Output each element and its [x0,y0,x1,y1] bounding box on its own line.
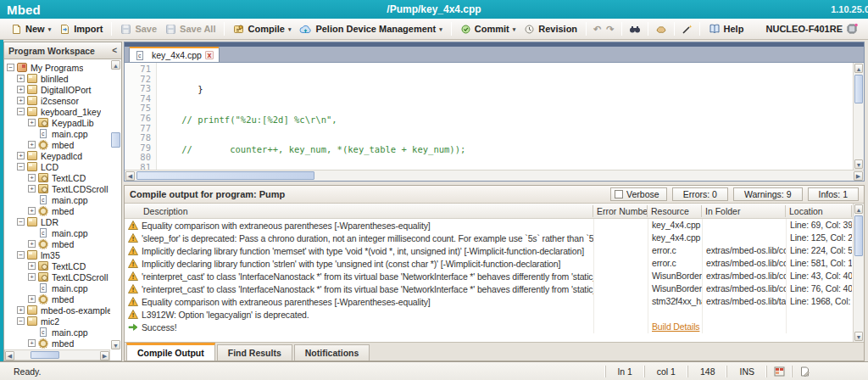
table-row[interactable]: ! Equality comparison with extraneous pa… [125,219,852,232]
tree-item-main-cpp[interactable]: main.cpp [4,227,110,238]
tab-notifications[interactable]: Notifications [294,344,370,360]
compile-button[interactable]: Compile ▾ [229,22,295,36]
collapse-expander-icon[interactable]: − [7,64,14,71]
editor-body[interactable]: 7172737475767778798081 } // printf("%2u:… [125,63,864,170]
tree-vscroll-thumb[interactable] [111,132,120,148]
close-tab-icon[interactable]: x [205,51,214,59]
tree-item-keypadlcd[interactable]: +Keypadlcd [4,150,110,161]
column-description[interactable]: Description [125,205,593,217]
scroll-down-icon[interactable]: ▼ [854,159,863,169]
tree-item-keyboard-1key[interactable]: −keyboard_1key [4,106,110,117]
collapse-expander-icon[interactable]: − [17,251,25,259]
editor-vscroll-thumb[interactable] [854,75,863,103]
table-row[interactable]: ! Equality comparison with extraneous pa… [125,295,852,308]
tree-item-ldr[interactable]: −LDR [4,216,110,227]
expand-expander-icon[interactable]: + [17,152,25,159]
tree-item-digitalioport[interactable]: +DigitalIOPort [4,84,110,95]
tree-horizontal-scrollbar[interactable]: ◀ ▶ [4,349,110,360]
collapse-expander-icon[interactable]: − [17,163,25,170]
tree-hscroll-thumb[interactable] [31,351,59,359]
scroll-down-icon[interactable]: ▼ [111,340,120,349]
checkbox-icon[interactable] [615,190,623,198]
revision-button[interactable]: Revision [520,22,581,36]
expand-expander-icon[interactable]: + [28,119,36,126]
expand-expander-icon[interactable]: + [17,75,25,82]
table-row-success[interactable]: Success!Build Details [125,321,852,333]
tab-find-results[interactable]: Find Results [217,344,292,360]
status-grid-button[interactable] [766,366,792,377]
warnings-counter[interactable]: Warnings: 9 [733,187,803,201]
status-edit-page-button[interactable] [792,366,817,377]
scroll-left-icon[interactable]: ◀ [5,351,14,360]
infos-counter[interactable]: Infos: 1 [808,187,859,201]
code-text[interactable]: } // printf("%2u:[%2d] %c\r\n", // count… [157,63,853,170]
tree-item-main-cpp[interactable]: main.cpp [4,282,110,293]
tree-vertical-scrollbar[interactable]: ▲ ▼ [110,60,121,349]
new-button[interactable]: New ▾ [7,22,55,36]
scroll-up-icon[interactable]: ▲ [854,64,863,73]
tree-item-keypadlib[interactable]: +KeypadLib [4,117,110,128]
expand-expander-icon[interactable]: + [28,339,36,347]
table-row[interactable]: ! Implicitly declaring library function … [125,244,852,257]
tree-item-textlcdscroll[interactable]: +TextLCDScroll [4,271,110,282]
redo-button[interactable]: ↷ [604,22,616,36]
editor-vertical-scrollbar[interactable]: ▲ ▼ [853,63,864,170]
tree-item-main-cpp[interactable]: main.cpp [4,194,110,205]
tree-item-my-programs[interactable]: −My Programs [4,62,110,73]
scroll-up-icon[interactable]: ▲ [111,60,120,70]
tree-item-textlcd[interactable]: +TextLCD [4,260,110,271]
column-in-folder[interactable]: In Folder [702,205,786,217]
table-row[interactable]: ! Implicitly declaring library function … [125,257,852,270]
errors-counter[interactable]: Errors: 0 [672,187,728,201]
expand-expander-icon[interactable]: + [28,240,36,248]
tree-item-mbed[interactable]: +mbed [4,205,110,216]
import-button[interactable]: Import [55,22,107,36]
column-error-number[interactable]: Error Number [593,205,648,217]
scroll-right-icon[interactable]: ▶ [854,171,863,181]
build-details-link[interactable]: Build Details [648,321,702,333]
scroll-left-icon[interactable]: ◀ [125,171,135,181]
scroll-down-icon[interactable]: ▼ [854,332,863,341]
tree-item-lm35[interactable]: −lm35 [4,249,110,260]
tree-item-main-cpp[interactable]: main.cpp [4,128,110,139]
expand-expander-icon[interactable]: + [28,262,36,270]
find-button[interactable] [626,22,643,36]
tab-key-4x4-cpp[interactable]: key_4x4.cpp x [129,47,220,62]
expand-expander-icon[interactable]: + [28,141,36,148]
tab-compile-output[interactable]: Compile Output [126,343,215,360]
verbose-checkbox[interactable]: Verbose [610,187,667,201]
tree-item-mbed[interactable]: +mbed [4,338,110,349]
collapse-expander-icon[interactable]: − [17,218,25,226]
expand-expander-icon[interactable]: + [28,174,36,182]
expand-expander-icon[interactable]: + [28,185,36,193]
tree-item-textlcdscroll[interactable]: +TextLCDScroll [4,183,110,194]
table-row[interactable]: ! 'reinterpret_cast' to class 'Interface… [125,282,852,295]
help-button[interactable]: Help [704,22,748,36]
target-board-selector[interactable]: NUCLEO-F401RE [766,23,861,35]
tree-item-mbed[interactable]: +mbed [4,238,110,249]
expand-expander-icon[interactable]: + [28,207,36,215]
scroll-right-icon[interactable]: ▶ [100,351,109,360]
collapse-sidebar-button[interactable]: < [112,46,117,55]
editor-horizontal-scrollbar[interactable]: ◀ ▶ [125,170,864,181]
collapse-expander-icon[interactable]: − [17,317,25,325]
table-row[interactable]: ! 'sleep_for' is deprecated: Pass a chro… [125,232,852,244]
commit-button[interactable]: Commit ▾ [456,22,520,36]
expand-expander-icon[interactable]: + [28,295,36,303]
tree-item-main-cpp[interactable]: main.cpp [4,327,110,338]
expand-expander-icon[interactable]: + [17,97,25,104]
collaborate-button[interactable] [653,22,670,36]
save-button[interactable]: Save [116,22,161,36]
table-row[interactable]: ! 'reinterpret_cast' to class 'Interface… [125,270,852,282]
tree-item-i2csensor[interactable]: +i2csensor [4,95,110,106]
column-resource[interactable]: Resource [648,205,702,217]
table-row[interactable]: ! L3912W: Option 'legacyalign' is deprec… [125,308,852,321]
tree-item-mbed[interactable]: +mbed [4,293,110,305]
editor-hscroll-thumb[interactable] [136,171,314,180]
collapse-expander-icon[interactable]: − [17,108,25,115]
pelion-device-management-button[interactable]: Pelion Device Management ▾ [295,22,446,36]
tree-item-blinlled[interactable]: +blinlled [4,73,110,84]
tree-item-textlcd[interactable]: +TextLCD [4,172,110,183]
tree-item-mbed[interactable]: +mbed [4,139,110,150]
output-vertical-scrollbar[interactable]: ▲ ▼ [853,204,864,342]
